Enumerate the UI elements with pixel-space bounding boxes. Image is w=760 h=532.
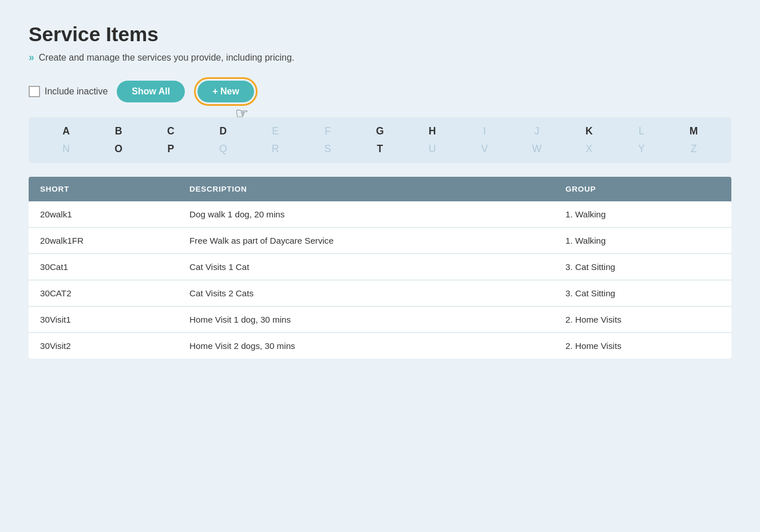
- new-button[interactable]: + New: [197, 81, 254, 102]
- alpha-letter-r: R: [264, 143, 287, 155]
- alpha-letter-c[interactable]: C: [159, 125, 182, 137]
- alpha-letter-q: Q: [212, 143, 235, 155]
- alphabet-row-2: NOPQRSTUVWXYZ: [40, 143, 720, 155]
- table-row[interactable]: 20walk1FRFree Walk as part of Daycare Se…: [29, 228, 731, 254]
- alpha-letter-d[interactable]: D: [212, 125, 235, 137]
- cell-short: 20walk1FR: [29, 228, 178, 254]
- service-items-table: SHORTDESCRIPTIONGROUP 20walk1Dog walk 1 …: [29, 177, 731, 359]
- cell-group: 1. Walking: [554, 228, 731, 254]
- alpha-letter-t[interactable]: T: [369, 143, 391, 155]
- alpha-letter-n: N: [55, 143, 78, 155]
- table-row[interactable]: 30Visit1Home Visit 1 dog, 30 mins2. Home…: [29, 307, 731, 333]
- cell-description: Home Visit 2 dogs, 30 mins: [178, 333, 554, 359]
- alpha-letter-v: V: [473, 143, 496, 155]
- cell-group: 3. Cat Sitting: [554, 254, 731, 280]
- cell-short: 20walk1: [29, 201, 178, 228]
- alpha-letter-u: U: [421, 143, 444, 155]
- cell-short: 30CAT2: [29, 280, 178, 307]
- chevron-icon: »: [29, 51, 34, 63]
- alpha-letter-m[interactable]: M: [682, 125, 705, 137]
- include-inactive-label[interactable]: Include inactive: [29, 86, 108, 97]
- cell-description: Cat Visits 1 Cat: [178, 254, 554, 280]
- cell-description: Cat Visits 2 Cats: [178, 280, 554, 307]
- subtitle-text: Create and manage the services you provi…: [39, 53, 294, 63]
- table-header: SHORTDESCRIPTIONGROUP: [29, 177, 731, 201]
- table-row[interactable]: 30Visit2Home Visit 2 dogs, 30 mins2. Hom…: [29, 333, 731, 359]
- cell-group: 2. Home Visits: [554, 307, 731, 333]
- alpha-letter-y: Y: [630, 143, 653, 155]
- include-inactive-checkbox[interactable]: [29, 86, 40, 97]
- table-body: 20walk1Dog walk 1 dog, 20 mins1. Walking…: [29, 201, 731, 359]
- cell-group: 3. Cat Sitting: [554, 280, 731, 307]
- col-header-description: DESCRIPTION: [178, 177, 554, 201]
- alpha-letter-f: F: [316, 125, 339, 137]
- alpha-letter-k[interactable]: K: [577, 125, 600, 137]
- alpha-letter-h[interactable]: H: [421, 125, 444, 137]
- alpha-letter-l: L: [630, 125, 653, 137]
- cell-description: Dog walk 1 dog, 20 mins: [178, 201, 554, 228]
- table-row[interactable]: 30Cat1Cat Visits 1 Cat3. Cat Sitting: [29, 254, 731, 280]
- table-row[interactable]: 30CAT2Cat Visits 2 Cats3. Cat Sitting: [29, 280, 731, 307]
- cell-description: Free Walk as part of Daycare Service: [178, 228, 554, 254]
- alpha-letter-s: S: [316, 143, 339, 155]
- show-all-button[interactable]: Show All: [117, 81, 185, 102]
- subtitle-row: » Create and manage the services you pro…: [29, 51, 731, 63]
- alphabet-row-1: ABCDEFGHIJKLM: [40, 125, 720, 137]
- new-button-wrapper: + New ☞: [194, 77, 258, 106]
- alpha-letter-b[interactable]: B: [107, 125, 130, 137]
- table-row[interactable]: 20walk1Dog walk 1 dog, 20 mins1. Walking: [29, 201, 731, 228]
- alpha-letter-x: X: [577, 143, 600, 155]
- alphabet-filter: ABCDEFGHIJKLM NOPQRSTUVWXYZ: [29, 117, 731, 163]
- include-inactive-text: Include inactive: [45, 86, 108, 97]
- alpha-letter-g[interactable]: G: [369, 125, 391, 137]
- alpha-letter-e: E: [264, 125, 287, 137]
- cell-short: 30Visit2: [29, 333, 178, 359]
- col-header-short: SHORT: [29, 177, 178, 201]
- page-title: Service Items: [29, 23, 731, 46]
- alpha-letter-i: I: [473, 125, 496, 137]
- new-button-highlight: + New: [194, 77, 258, 106]
- cell-short: 30Visit1: [29, 307, 178, 333]
- col-header-group: GROUP: [554, 177, 731, 201]
- controls-row: Include inactive Show All + New ☞: [29, 77, 731, 106]
- alpha-letter-z: Z: [682, 143, 705, 155]
- alpha-letter-w: W: [525, 143, 548, 155]
- alpha-letter-p[interactable]: P: [159, 143, 182, 155]
- cell-group: 1. Walking: [554, 201, 731, 228]
- alpha-letter-a[interactable]: A: [55, 125, 78, 137]
- cell-short: 30Cat1: [29, 254, 178, 280]
- cell-group: 2. Home Visits: [554, 333, 731, 359]
- alpha-letter-j: J: [525, 125, 548, 137]
- cell-description: Home Visit 1 dog, 30 mins: [178, 307, 554, 333]
- alpha-letter-o[interactable]: O: [107, 143, 130, 155]
